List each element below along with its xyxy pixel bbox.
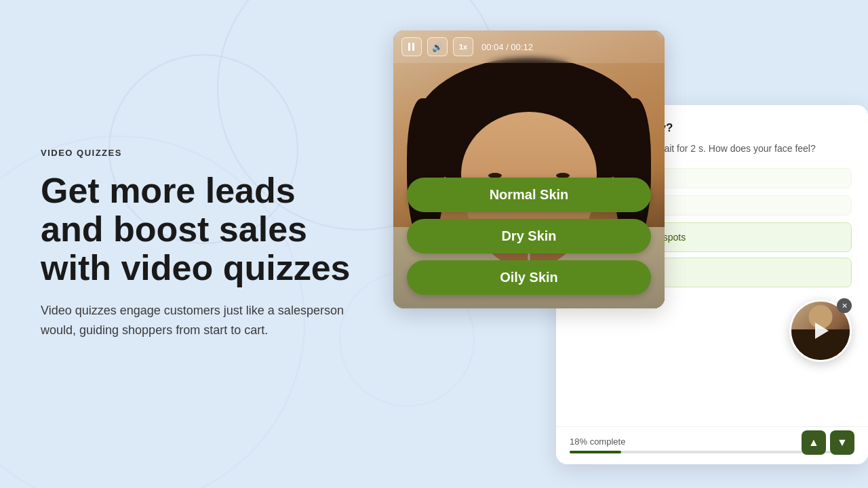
play-triangle — [815, 323, 829, 339]
headline: Get more leads and boost sales with vide… — [41, 171, 400, 288]
skin-type-options: Normal Skin Dry Skin Oily Skin — [393, 169, 665, 308]
volume-button[interactable]: 🔊 — [427, 37, 448, 56]
progress-bar-fill — [570, 451, 621, 453]
pause-button[interactable] — [401, 37, 422, 56]
dry-skin-button[interactable]: Dry Skin — [407, 219, 651, 253]
nav-down-button[interactable]: ▼ — [830, 430, 854, 455]
right-panel: 🔊 1x 00:04 / 00:12 Normal Skin Dry Skin … — [393, 0, 868, 488]
oily-skin-button[interactable]: Oily Skin — [407, 260, 651, 295]
headline-line1: Get more leads — [41, 171, 296, 210]
headline-line2: and boost sales — [41, 209, 307, 249]
time-display: 00:04 / 00:12 — [481, 42, 533, 52]
normal-skin-button[interactable]: Normal Skin — [407, 178, 651, 212]
subtext: Video quizzes engage customers just like… — [41, 301, 366, 340]
headline-line3: with video quizzes — [41, 248, 351, 287]
section-tag: VIDEO QUIZZES — [41, 148, 400, 158]
volume-icon: 🔊 — [432, 42, 443, 52]
left-panel: VIDEO QUIZZES Get more leads and boost s… — [41, 0, 400, 488]
video-controls-bar: 🔊 1x 00:04 / 00:12 — [393, 30, 665, 63]
nav-up-button[interactable]: ▲ — [802, 430, 826, 455]
speed-label: 1x — [459, 43, 467, 51]
speed-button[interactable]: 1x — [453, 37, 473, 56]
pause-icon — [408, 43, 415, 51]
navigation-arrows: ▲ ▼ — [802, 430, 854, 455]
video-player-card: 🔊 1x 00:04 / 00:12 Normal Skin Dry Skin … — [393, 30, 665, 308]
mini-video-close-button[interactable]: ✕ — [837, 298, 852, 313]
